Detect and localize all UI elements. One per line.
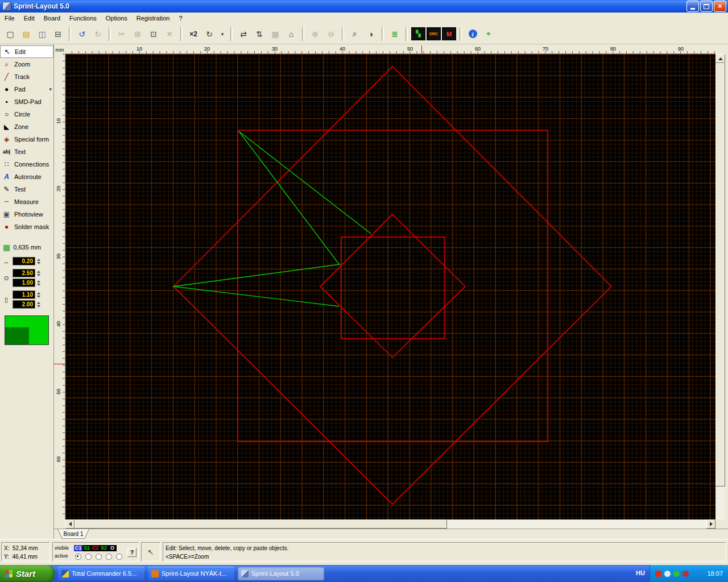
tool-zone[interactable]: ◣Zone: [0, 120, 53, 133]
volume-icon[interactable]: [664, 571, 671, 577]
system-tray: 18:07: [650, 565, 728, 582]
tool-special-form[interactable]: ◈Special form: [0, 133, 53, 146]
horizontal-scrollbar[interactable]: [65, 519, 715, 529]
layer-radio-o[interactable]: [116, 554, 122, 560]
layer-radio-c1[interactable]: [75, 554, 81, 560]
set-origin-button[interactable]: ⌖: [481, 27, 496, 41]
tray-app-icon-2[interactable]: [682, 571, 689, 577]
start-button[interactable]: Start: [0, 565, 55, 582]
mirror-vertical-button[interactable]: ⇅: [252, 27, 267, 41]
tool-label: SMD-Pad: [14, 98, 42, 105]
menu-edit[interactable]: Edit: [19, 13, 39, 23]
taskbar-task-sprint-layout[interactable]: Sprint-Layout 5.0: [238, 567, 324, 580]
zoom-button[interactable]: ⌕: [348, 27, 362, 41]
menu-help[interactable]: ?: [174, 13, 187, 23]
footprint-button[interactable]: ⌂: [284, 27, 299, 41]
vertical-scrollbar[interactable]: [715, 54, 725, 529]
layer-radio-c2[interactable]: [96, 554, 102, 560]
layer-chip[interactable]: C2: [91, 545, 100, 551]
tool-pad[interactable]: ●Pad▾: [0, 83, 53, 95]
horizontal-scroll-thumb[interactable]: [75, 519, 447, 529]
vertical-scroll-thumb[interactable]: [715, 63, 725, 487]
menu-registration[interactable]: Registration: [132, 13, 175, 23]
align-grid-button[interactable]: ▦: [268, 27, 283, 41]
scroll-left-button[interactable]: [65, 519, 75, 529]
info-icon: i: [469, 30, 477, 38]
tool-connections[interactable]: ∷Connections: [0, 158, 53, 171]
taskbar-task-total-commander[interactable]: Total Commander 6.5...: [58, 567, 144, 580]
tray-app-icon-1[interactable]: [673, 571, 680, 577]
security-shield-icon[interactable]: [655, 571, 661, 577]
undo-button[interactable]: ↺: [75, 27, 89, 41]
minimize-button[interactable]: [686, 1, 699, 12]
info-button[interactable]: i: [465, 27, 480, 41]
pad-outer-stepper[interactable]: [37, 271, 40, 276]
pad-dropdown-icon[interactable]: ▾: [49, 86, 52, 92]
pad-drill-value[interactable]: 1.00: [13, 278, 35, 287]
pad-drill-stepper[interactable]: [37, 280, 40, 286]
mirror-horizontal-button[interactable]: ⇄: [236, 27, 251, 41]
paste-button[interactable]: ⊡: [146, 27, 161, 41]
rotate-button[interactable]: ↻: [202, 27, 217, 41]
flip-solder-side-button[interactable]: ⊕: [308, 27, 322, 41]
layer-radio-s1[interactable]: [85, 554, 92, 560]
close-button[interactable]: ×: [714, 1, 726, 12]
board-canvas[interactable]: [65, 54, 715, 519]
keyboard-language-indicator[interactable]: HU: [636, 569, 645, 576]
cursor-y-marker: [54, 364, 65, 364]
tool-smd-pad[interactable]: ▪SMD-Pad: [0, 95, 53, 108]
redo-button[interactable]: ↻: [90, 27, 105, 41]
layer-chip[interactable]: C1: [74, 545, 82, 551]
tool-circle[interactable]: ○Circle: [0, 108, 53, 120]
track-width-stepper[interactable]: [37, 259, 40, 264]
menu-board[interactable]: Board: [39, 13, 65, 23]
restore-button[interactable]: [700, 1, 713, 12]
cut-button[interactable]: ✂: [114, 27, 129, 41]
save-button[interactable]: ◫: [35, 27, 49, 41]
minimize-icon: [690, 8, 695, 10]
tool-track[interactable]: ╱Track: [0, 70, 53, 83]
drc-button[interactable]: DRC: [427, 27, 441, 40]
layer-radio-s2[interactable]: [106, 554, 112, 560]
multiply-x2-button[interactable]: ×2: [186, 27, 201, 41]
copy-button[interactable]: ⊞: [130, 27, 145, 41]
contrast-button[interactable]: ◑: [363, 27, 378, 41]
layer-chip[interactable]: S2: [100, 545, 108, 551]
menu-functions[interactable]: Functions: [65, 13, 101, 23]
flip-component-side-button[interactable]: ⊖: [324, 27, 338, 41]
layer-help-button[interactable]: ?: [127, 548, 136, 557]
grid-setting[interactable]: ▦ 0,635 mm: [0, 243, 53, 251]
photoview-button[interactable]: ▚: [411, 27, 425, 40]
layer-chip[interactable]: S1: [82, 545, 91, 551]
delete-button[interactable]: ✕: [162, 27, 177, 41]
new-button[interactable]: ▢: [3, 27, 18, 41]
menu-options[interactable]: Options: [101, 13, 132, 23]
layer-chip[interactable]: O: [108, 545, 117, 551]
smd-width-stepper[interactable]: [37, 292, 40, 298]
tool-text[interactable]: ab|Text: [0, 146, 53, 158]
tool-edit[interactable]: ↖Edit: [0, 45, 53, 58]
open-button[interactable]: ▤: [19, 27, 34, 41]
track-width-icon: ↔: [2, 258, 11, 265]
tool-measure[interactable]: ┄Measure: [0, 196, 53, 208]
tool-zoom[interactable]: ⌕Zoom: [0, 58, 53, 70]
track-width-value[interactable]: 0.20: [13, 257, 35, 265]
tool-solder-mask[interactable]: ●Solder mask: [0, 221, 53, 233]
macros-button[interactable]: M: [442, 27, 456, 40]
tool-test[interactable]: ✎Test: [0, 183, 53, 196]
smd-height-value[interactable]: 2.00: [13, 300, 35, 309]
tool-photoview[interactable]: ▣Photoview: [0, 208, 53, 221]
layer-colors-button[interactable]: ≣: [387, 27, 402, 41]
scroll-right-button[interactable]: [706, 519, 715, 529]
cursor-x-marker: [421, 45, 422, 54]
smd-width-value[interactable]: 1.10: [13, 290, 35, 299]
print-button[interactable]: ⊟: [51, 27, 65, 41]
smd-height-stepper[interactable]: [37, 302, 40, 307]
scroll-up-button[interactable]: [715, 54, 725, 63]
rotate-dropdown[interactable]: ▾: [218, 27, 227, 41]
board-tab[interactable]: Board 1: [57, 529, 89, 539]
menu-file[interactable]: File: [0, 13, 19, 23]
tool-autoroute[interactable]: AAutoroute: [0, 171, 53, 183]
taskbar-task-sprint-layout-doc[interactable]: Sprint-Layout NYÁK-t...: [148, 567, 234, 580]
pad-outer-value[interactable]: 2.50: [13, 269, 35, 277]
